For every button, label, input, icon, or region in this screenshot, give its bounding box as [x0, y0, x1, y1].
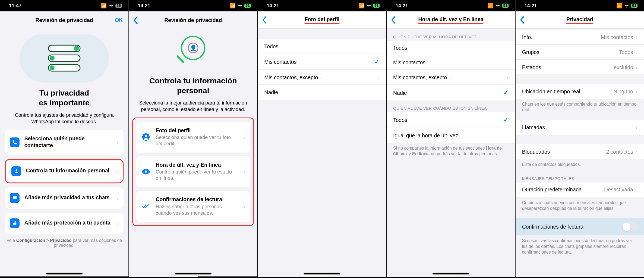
chat-icon: [10, 193, 20, 203]
nav-title: Foto del perfil: [305, 16, 340, 24]
group-blocked: Bloqueados 2 contactos›: [516, 144, 644, 159]
nav-bar: Revisión de privacidad OK: [0, 11, 128, 29]
section-header-online: QUIÉN PUEDE VER CUÁNDO ESTOY EN LÍNEA: [387, 100, 515, 112]
row-info[interactable]: Info. Mis contactos›: [516, 30, 644, 45]
card-read-receipts[interactable]: Confirmaciones de lectura Hazles saber a…: [136, 191, 250, 222]
chevron-right-icon: ›: [243, 203, 245, 210]
chevron-right-icon: ›: [636, 124, 637, 131]
row-status[interactable]: Estados 1 excluido›: [516, 60, 644, 74]
chevron-right-icon: ›: [507, 74, 509, 81]
status-time: 14:21: [525, 3, 537, 8]
battery-icon: 35: [115, 4, 122, 8]
check-icon: ✓: [374, 58, 380, 65]
status-icons: 📶 51: [616, 3, 637, 8]
card-last-seen[interactable]: Hora de últ. vez y En línea Controla qui…: [136, 156, 250, 187]
chevron-right-icon: ›: [636, 64, 637, 70]
chevron-right-icon: ›: [636, 88, 637, 95]
status-bar: 14:21 📶 51: [258, 0, 386, 11]
option-everyone[interactable]: Todos: [387, 41, 515, 55]
blocked-footer: Lista de contactos bloqueados.: [516, 159, 644, 170]
screen-privacy-review-intro: 11:47 📶 35 Revisión de privacidad OK Tu …: [0, 0, 128, 276]
location-footer: Chats en los que estás compartiendo tu u…: [516, 99, 644, 115]
home-indicator: [175, 273, 211, 274]
screen-privacy-settings: 14:21 📶 51 Privacidad Info. Mis contacto…: [516, 0, 644, 276]
chevron-right-icon: ›: [636, 49, 637, 55]
last-seen-options: Todos Mis contactos Mis contactos, excep…: [387, 41, 515, 100]
nav-bar: Foto del perfil: [258, 11, 386, 29]
status-time: 14:21: [396, 3, 408, 8]
option-contacts-except[interactable]: Mis contactos, excepto... ›: [387, 70, 515, 85]
home-indicator: [304, 273, 340, 274]
row-live-location[interactable]: Ubicación en tiempo real Ninguno›: [516, 84, 644, 99]
section-header-last-seen: QUIÉN PUEDE VER MI HORA DE ÚLT. VEZ: [387, 29, 515, 40]
option-contacts-except[interactable]: Mis contactos, excepto... ›: [258, 70, 386, 85]
home-indicator: [433, 273, 469, 274]
screen-control-personal-info: 14:21 📶 51 Revisión de privacidad 👤 Cont…: [129, 0, 257, 276]
highlight-box: Controla tu información personal ›: [5, 159, 124, 183]
wifi-icon: [109, 4, 114, 8]
wifi-icon: [624, 4, 629, 8]
chevron-right-icon: ›: [378, 74, 380, 81]
option-everyone[interactable]: Todos: [258, 39, 386, 54]
option-my-contacts[interactable]: Mis contactos ✓: [258, 54, 386, 70]
nav-bar: Revisión de privacidad: [129, 11, 257, 29]
nav-bar: Privacidad: [516, 11, 644, 29]
card-chat-privacy[interactable]: Añade más privacidad a tus chats ›: [5, 187, 124, 208]
back-button[interactable]: [133, 16, 138, 24]
back-button[interactable]: [520, 16, 525, 24]
nav-done-button[interactable]: OK: [115, 17, 123, 23]
svg-point-3: [145, 135, 147, 137]
battery-icon: 51: [502, 4, 509, 8]
row-read-receipts[interactable]: Confirmaciones de lectura: [516, 218, 644, 235]
nav-title: Revisión de privacidad: [164, 17, 222, 23]
option-online-same[interactable]: Igual que la hora de últ. vez: [387, 128, 515, 143]
card-personal-info[interactable]: Controla tu información personal ›: [7, 160, 122, 182]
footer-hint: Ve a Configuración > Privacidad para ver…: [0, 234, 128, 248]
option-my-contacts[interactable]: Mis contactos: [387, 55, 515, 70]
row-calls[interactable]: Llamadas ›: [516, 120, 644, 135]
card-contact-you[interactable]: Selecciona quién puede contactarte ›: [5, 130, 124, 155]
lock-icon: [10, 218, 20, 228]
back-button[interactable]: [391, 16, 396, 24]
battery-icon: 51: [631, 4, 637, 8]
check-icon: ✓: [503, 116, 509, 124]
hero-illustration: 👤: [129, 29, 257, 74]
row-default-duration[interactable]: Duración predeterminada Desactivada›: [516, 182, 644, 197]
person-icon: [11, 166, 21, 176]
card-account-protection[interactable]: Añade más protección a tu cuenta ›: [5, 213, 124, 234]
chevron-right-icon: ›: [636, 149, 637, 155]
option-nobody[interactable]: Nadie ✓: [387, 85, 515, 100]
option-nobody[interactable]: Nadie: [258, 85, 386, 100]
chevron-right-icon: ›: [636, 34, 637, 40]
status-time: 14:21: [267, 3, 279, 8]
signal-icon: 📶: [487, 3, 493, 8]
chevron-right-icon: ›: [243, 169, 245, 175]
hero-subtitle: Selecciona la mejor audiencia para tu in…: [129, 98, 257, 117]
check-icon: ✓: [503, 89, 509, 96]
row-blocked[interactable]: Bloqueados 2 contactos›: [516, 144, 644, 159]
status-bar: 14:21 📶 51: [516, 0, 644, 11]
highlight-box: Foto del perfil Selecciona quién puede v…: [132, 118, 254, 226]
eye-icon: [141, 167, 151, 177]
signal-icon: 📶: [359, 3, 365, 8]
nav-title: Hora de últ. vez y En línea: [418, 16, 484, 24]
read-receipts-toggle[interactable]: [622, 222, 637, 231]
hero-title: Controla tu información personal: [129, 74, 257, 98]
back-button[interactable]: [262, 16, 267, 24]
chevron-right-icon: ›: [117, 220, 119, 226]
row-groups[interactable]: Grupos Todos›: [516, 45, 644, 60]
card-profile-photo[interactable]: Foto del perfil Selecciona quién puede v…: [136, 122, 250, 153]
avatar-icon: [141, 132, 151, 142]
status-time: 14:21: [138, 3, 150, 8]
status-icons: 📶 51: [230, 3, 251, 8]
svg-point-4: [145, 171, 147, 173]
footer-note: Si no compartes la información de tus se…: [387, 143, 515, 159]
wifi-icon: [238, 4, 243, 8]
option-online-everyone[interactable]: Todos ✓: [387, 112, 515, 128]
group-visibility: Info. Mis contactos› Grupos Todos› Estad…: [516, 30, 644, 74]
signal-icon: 📶: [230, 3, 236, 8]
nav-bar: Hora de últ. vez y En línea: [387, 11, 515, 29]
nav-title: Privacidad: [566, 16, 593, 24]
visibility-options: Todos Mis contactos ✓ Mis contactos, exc…: [258, 39, 386, 100]
read-receipts-footer: Si desactivas las confirmaciones de lect…: [516, 235, 644, 258]
